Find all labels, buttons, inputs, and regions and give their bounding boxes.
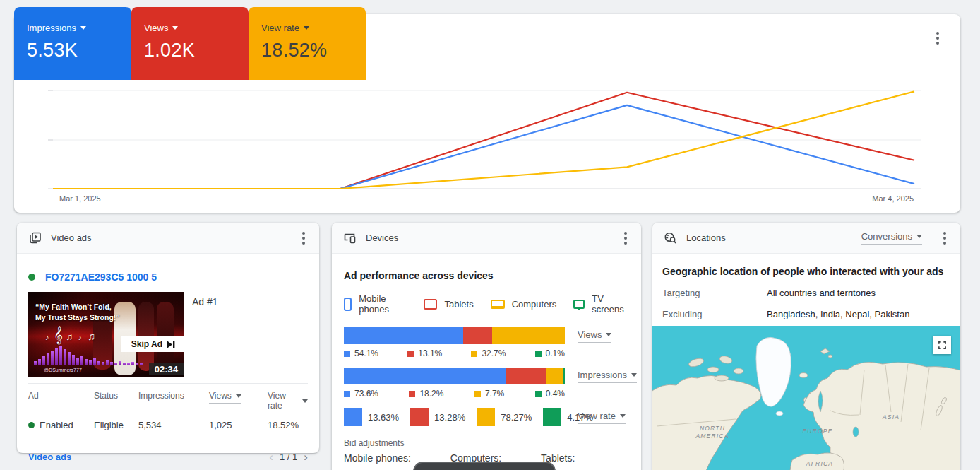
campaign-row[interactable]: FO7271AE293C5 1000 5 (28, 271, 308, 283)
page-next-button[interactable]: › (304, 451, 308, 463)
card-title: Locations (686, 233, 726, 243)
col-header-impressions: Impressions (138, 391, 209, 413)
campaign-name-link[interactable]: FO7271AE293C5 1000 5 (45, 271, 157, 283)
x-axis-label-start: Mar 1, 2025 (59, 194, 101, 203)
locations-menu-button[interactable] (936, 230, 953, 247)
devices-card-header: Devices (332, 223, 641, 254)
tv-screen-icon (573, 300, 585, 309)
enabled-dot-icon (28, 422, 35, 428)
map-fullscreen-button[interactable] (933, 336, 951, 354)
locations-globe-search-icon (664, 231, 678, 245)
conversions-dropdown[interactable]: Conversions (861, 231, 922, 245)
metric-chip-value: 5.53K (27, 40, 131, 61)
card-title: Video ads (51, 233, 92, 243)
video-ads-card-header: Video ads (17, 223, 319, 254)
ad-stats-table: Ad Status Impressions Views View rate En… (28, 383, 308, 430)
card-title: Devices (366, 233, 398, 243)
x-axis-label-end: Mar 4, 2025 (872, 194, 914, 203)
computer-icon (491, 300, 505, 309)
chevron-down-icon (304, 26, 309, 30)
device-legend: Mobile phones Tablets Computers TV scree… (344, 293, 629, 315)
fullscreen-icon (938, 341, 947, 350)
impressions-bar-labels: 73.6% 18.2% 7.7% 0.4% (344, 389, 565, 399)
media-overlay-pill[interactable] (413, 462, 556, 470)
tablet-icon (424, 299, 437, 310)
page-indicator: 1 / 1 (280, 452, 297, 462)
skip-ad-button[interactable]: Skip Ad (121, 336, 184, 352)
map-label-asia: ASIA (882, 413, 900, 421)
legend-label: Mobile phones (359, 293, 407, 315)
thumbnail-quote: “My Faith Won’t Fold, My Trust Stays Str… (35, 302, 120, 323)
metric-chips: Impressions 5.53K Views 1.02K View rate … (14, 7, 366, 80)
views-bar-labels: 54.1% 13.1% 32.7% 0.1% (344, 348, 565, 358)
locations-card-header: Locations Conversions (652, 223, 960, 254)
trend-line-chart (14, 85, 960, 205)
chevron-down-icon (236, 394, 241, 398)
metric-chip-view-rate[interactable]: View rate 18.52% (249, 7, 366, 80)
devices-icon (343, 231, 357, 245)
devices-menu-button[interactable] (617, 230, 634, 247)
metric-chip-value: 18.52% (261, 40, 366, 61)
cell-views: 1,025 (209, 420, 268, 430)
legend-label: Tablets (444, 299, 473, 310)
bid-adjustments-title: Bid adjustments (344, 438, 629, 448)
cell-impressions: 5,534 (138, 420, 209, 430)
cell-view-rate: 18.52% (268, 420, 308, 430)
map-label-north-america: NORTH (700, 425, 725, 432)
metric-chip-label[interactable]: View rate (261, 23, 299, 33)
video-duration-badge: 02:34 (149, 363, 184, 375)
skip-next-icon (167, 341, 175, 348)
chevron-down-icon (631, 373, 637, 377)
chart-card-menu-button[interactable] (929, 30, 946, 47)
video-ad-thumbnail[interactable]: “My Faith Won’t Fold, My Trust Stays Str… (28, 292, 184, 377)
svg-text:AMERICA: AMERICA (695, 433, 729, 440)
metric-chip-label[interactable]: Impressions (27, 23, 76, 33)
performance-chart-card: Impressions 5.53K Views 1.02K View rate … (14, 14, 960, 213)
views-stacked-bar (344, 327, 565, 344)
ad-number-label: Ad #1 (192, 296, 218, 377)
map-label-africa: AFRICA (806, 460, 833, 467)
map-label-europe: EUROPE (802, 428, 832, 435)
col-header-view-rate-sort[interactable]: View rate (268, 391, 308, 413)
chevron-down-icon (80, 26, 86, 30)
locations-heading: Geographic location of people who intera… (662, 266, 950, 277)
locations-card: Locations Conversions Geographic locatio… (652, 223, 960, 470)
chevron-down-icon (302, 399, 308, 403)
chevron-down-icon (606, 333, 611, 336)
metric-chip-impressions[interactable]: Impressions 5.53K (14, 7, 131, 80)
impressions-stacked-bar (344, 368, 565, 384)
video-ads-icon (28, 231, 42, 245)
view-rate-metric-dropdown[interactable]: View rate (578, 411, 626, 424)
legend-label: Computers (512, 299, 557, 310)
views-metric-dropdown[interactable]: Views (578, 329, 611, 343)
video-ads-footer-link[interactable]: Video ads (28, 452, 71, 462)
page-prev-button[interactable]: ‹ (269, 451, 273, 463)
cell-ad-status: Enabled (28, 420, 94, 430)
video-ads-card: Video ads FO7271AE293C5 1000 5 “My Faith… (17, 223, 319, 453)
col-header-views-sort[interactable]: Views (209, 391, 241, 404)
video-ads-menu-button[interactable] (295, 230, 312, 247)
chevron-down-icon (916, 235, 922, 238)
watermark-text: @DSummers777 (44, 368, 82, 372)
impressions-metric-dropdown[interactable]: Impressions (578, 370, 637, 383)
devices-heading: Ad performance across devices (344, 270, 629, 281)
cell-status: Eligible (94, 420, 138, 430)
targeting-row: Targeting All countries and territories (662, 288, 950, 298)
campaign-status-dot (28, 274, 35, 281)
devices-card: Devices Ad performance across devices Mo… (332, 223, 641, 470)
metric-chip-value: 1.02K (144, 40, 249, 61)
pagination: ‹ 1 / 1 › (269, 451, 308, 463)
metric-chip-views[interactable]: Views 1.02K (131, 7, 249, 80)
excluding-row: Excluding Bangladesh, India, Nepal, Paki… (662, 309, 950, 319)
col-header-status: Status (94, 391, 138, 413)
chevron-down-icon (620, 414, 626, 418)
legend-label: TV screens (592, 293, 629, 315)
world-map[interactable]: NORTH AMERICA EUROPE ASIA AFRICA (652, 326, 960, 470)
metric-chip-label[interactable]: Views (144, 23, 168, 33)
mobile-phone-icon (344, 298, 352, 311)
music-notes-icon: ♪ 𝄞 ♫ ♪ ♫ (45, 326, 95, 344)
chevron-down-icon (172, 26, 178, 30)
view-rate-squares: 13.63% 13.28% 78.27% 4.17% (344, 408, 565, 426)
col-header-ad: Ad (28, 391, 94, 413)
